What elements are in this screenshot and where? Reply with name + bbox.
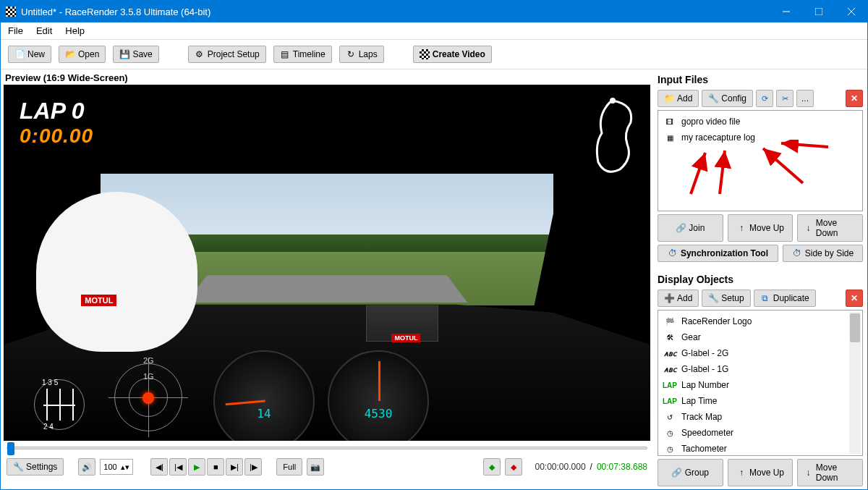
display-object-item[interactable]: ◷Speedometer <box>661 425 859 441</box>
display-objects-actions: 🔗Group ↑Move Up ↓Move Down <box>658 459 863 486</box>
speedo-icon: ◷ <box>663 427 677 439</box>
wrench-icon: 🔧 <box>708 293 718 303</box>
timeline-button[interactable]: ▤Timeline <box>273 46 332 63</box>
new-button[interactable]: 📄New <box>8 46 51 63</box>
play-button[interactable]: ▶ <box>188 458 205 476</box>
logo-icon: 🏁 <box>663 316 677 327</box>
group-button[interactable]: 🔗Group <box>658 459 723 486</box>
settings-button[interactable]: 🔧Settings <box>7 458 64 476</box>
right-panel: Input Files 📁Add 🔧Config ⟳ ✂ … ✕ 🎞 gopro… <box>653 69 867 489</box>
minimize-button[interactable] <box>770 1 802 22</box>
display-objects-list[interactable]: 🏁RaceRender Logo 🛠Gear ᴀʙᴄG-label - 2G ᴀ… <box>658 310 863 456</box>
lap-icon: LAP <box>663 379 677 391</box>
timeline-slider[interactable] <box>7 447 647 449</box>
display-duplicate-button[interactable]: ⧉Duplicate <box>754 290 816 307</box>
menubar: File Edit Help <box>1 22 867 40</box>
go-end-button[interactable]: |▶ <box>244 458 262 476</box>
fullscreen-button[interactable]: Full <box>276 458 302 476</box>
input-cut-button[interactable]: ✂ <box>776 90 793 107</box>
abc-icon: ᴀʙᴄ <box>663 347 677 359</box>
timeline-slider-area <box>2 441 652 452</box>
input-refresh-button[interactable]: ⟳ <box>756 90 773 107</box>
display-list-scrollbar[interactable] <box>849 312 861 454</box>
timeline-thumb[interactable] <box>7 442 14 455</box>
sync-tool-button[interactable]: ⏱Synchronization Tool <box>658 245 778 262</box>
display-object-item[interactable]: LAPLap Number <box>661 377 859 393</box>
display-delete-button[interactable]: ✕ <box>846 290 863 307</box>
step-forward-button[interactable]: ▶| <box>226 458 243 476</box>
side-by-side-button[interactable]: ⏱Side by Side <box>783 245 863 262</box>
display-object-item[interactable]: 🛠Gear <box>661 329 859 345</box>
step-back-button[interactable]: |◀ <box>169 458 187 476</box>
save-button[interactable]: 💾Save <box>113 46 158 63</box>
abc-icon: ᴀʙᴄ <box>663 363 677 375</box>
lap-time: 0:00.00 <box>20 124 93 148</box>
clock-icon: ⏱ <box>792 248 802 258</box>
input-files-list[interactable]: 🎞 gopro video file ▦ my racecapture log <box>658 110 863 211</box>
link-icon: 🔗 <box>672 468 682 478</box>
go-start-button[interactable]: ◀| <box>150 458 168 476</box>
display-setup-button[interactable]: 🔧Setup <box>702 290 750 307</box>
mute-button[interactable]: 🔊 <box>78 458 95 476</box>
laps-button[interactable]: ↻Laps <box>339 46 384 63</box>
menu-file[interactable]: File <box>8 25 23 36</box>
svg-line-6 <box>763 148 803 183</box>
display-move-up-button[interactable]: ↑Move Up <box>728 459 793 486</box>
menu-edit[interactable]: Edit <box>36 25 52 36</box>
time-total: 00:07:38.688 <box>597 462 647 472</box>
display-objects-toolbar: ➕Add 🔧Setup ⧉Duplicate ✕ <box>658 290 863 307</box>
display-object-item[interactable]: LAPLap Time <box>661 393 859 409</box>
input-add-button[interactable]: 📁Add <box>658 90 699 107</box>
display-object-item[interactable]: 🏁RaceRender Logo <box>661 313 859 329</box>
close-button[interactable] <box>835 1 867 22</box>
maximize-button[interactable] <box>802 1 835 22</box>
snapshot-button[interactable]: 📷 <box>307 458 324 476</box>
camera-icon: 📷 <box>310 462 320 472</box>
marker-green-button[interactable]: ◆ <box>483 458 501 476</box>
display-objects-title: Display Objects <box>658 272 863 287</box>
join-button[interactable]: 🔗Join <box>658 214 723 242</box>
input-delete-button[interactable]: ✕ <box>846 90 863 107</box>
laps-icon: ↻ <box>346 49 356 59</box>
display-object-item[interactable]: ᴀʙᴄG-label - 1G <box>661 361 859 377</box>
video-scene: MOTUL MOTUL <box>4 85 650 441</box>
marker-red-button[interactable]: ◆ <box>505 458 522 476</box>
film-icon: 🎞 <box>663 116 677 127</box>
volume-input[interactable]: 100▴▾ <box>100 459 133 475</box>
project-setup-button[interactable]: ⚙Project Setup <box>188 46 266 63</box>
input-file-item[interactable]: ▦ my racecapture log <box>661 130 859 145</box>
display-move-down-button[interactable]: ↓Move Down <box>797 459 863 486</box>
tach-icon: ◷ <box>663 443 677 455</box>
preview-viewport[interactable]: MOTUL MOTUL LAP 0 0:00.00 1 3 5 2 4 <box>4 85 650 441</box>
stop-button[interactable]: ■ <box>207 458 224 476</box>
track-icon: ↺ <box>663 411 677 423</box>
window-title: Untitled* - RaceRender 3.5.8 Ultimate (6… <box>21 7 770 17</box>
annotation-arrows <box>665 140 854 205</box>
open-button[interactable]: 📂Open <box>59 46 106 63</box>
track-map-overlay <box>584 93 642 180</box>
input-file-label: my racecapture log <box>681 132 755 143</box>
input-move-down-button[interactable]: ↓Move Down <box>797 214 863 242</box>
display-object-item[interactable]: ↺Track Map <box>661 409 859 425</box>
display-object-item[interactable]: ᴀʙᴄG-label - 2G <box>661 345 859 361</box>
display-object-item[interactable]: ◷Tachometer <box>661 441 859 456</box>
input-file-item[interactable]: 🎞 gopro video file <box>661 114 859 130</box>
motul-sticker: MOTUL <box>81 295 116 306</box>
input-config-button[interactable]: 🔧Config <box>702 90 753 107</box>
input-files-actions: 🔗Join ↑Move Up ↓Move Down <box>658 214 863 242</box>
clock-icon: ⏱ <box>668 248 678 258</box>
motul-sticker-2: MOTUL <box>391 334 420 342</box>
folder-icon: 📁 <box>664 93 674 104</box>
lap-overlay: LAP 0 0:00.00 <box>20 98 93 148</box>
create-video-button[interactable]: Create Video <box>413 46 492 63</box>
up-icon: ↑ <box>736 223 746 233</box>
new-icon: 📄 <box>14 49 25 59</box>
input-move-up-button[interactable]: ↑Move Up <box>728 214 793 242</box>
main-area: Preview (16:9 Wide-Screen) MOTUL MOTUL L… <box>1 69 867 489</box>
log-icon: ▦ <box>663 132 677 143</box>
input-more-button[interactable]: … <box>796 90 814 107</box>
wrench-icon: 🔧 <box>708 93 718 104</box>
input-files-toolbar: 📁Add 🔧Config ⟳ ✂ … ✕ <box>658 90 863 107</box>
menu-help[interactable]: Help <box>65 25 85 36</box>
display-add-button[interactable]: ➕Add <box>658 290 699 307</box>
